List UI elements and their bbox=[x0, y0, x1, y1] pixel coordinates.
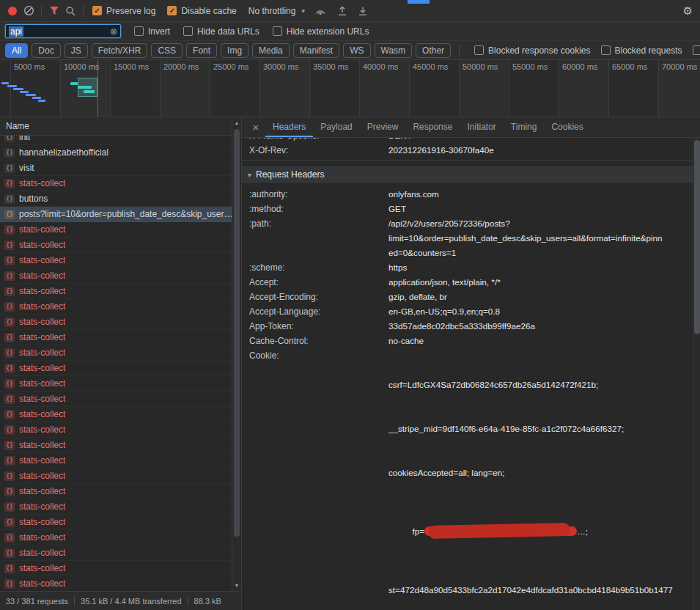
type-filter-chip[interactable]: Other bbox=[416, 43, 451, 58]
request-row[interactable]: stats-collect bbox=[0, 253, 232, 268]
export-har-button[interactable] bbox=[355, 3, 371, 19]
search-button[interactable] bbox=[62, 3, 78, 19]
chip-label: Img bbox=[227, 45, 242, 56]
clear-filter-icon[interactable]: ⊗ bbox=[110, 27, 117, 36]
circle-slash-icon bbox=[23, 5, 34, 16]
type-filter-chip[interactable]: Font bbox=[186, 43, 217, 58]
import-har-button[interactable] bbox=[334, 3, 350, 19]
details-tab[interactable]: Cookies bbox=[544, 117, 590, 137]
details-tab[interactable]: Timing bbox=[504, 117, 545, 137]
request-row[interactable]: stats-collect bbox=[0, 268, 232, 284]
header-value: 33d57ade8c02dbc5a333db99ff9ae26a bbox=[388, 319, 693, 334]
request-row[interactable]: stats-collect bbox=[0, 438, 232, 453]
request-row[interactable]: buttons bbox=[0, 191, 232, 207]
details-tab[interactable]: Response bbox=[405, 117, 460, 137]
request-row[interactable]: posts?limit=10&order=publish_date_desc&s… bbox=[0, 207, 232, 222]
request-row[interactable]: stats-collect bbox=[0, 407, 232, 422]
checkbox-icon bbox=[474, 45, 484, 55]
request-row[interactable]: stats-collect bbox=[0, 484, 232, 499]
hide-extension-urls-checkbox[interactable]: Hide extension URLs bbox=[273, 26, 369, 37]
scrollbar-thumb[interactable] bbox=[234, 129, 240, 537]
overview-selection[interactable] bbox=[78, 78, 97, 97]
type-filter-chip[interactable]: Doc bbox=[32, 43, 60, 58]
request-row[interactable]: stats-collect bbox=[0, 545, 232, 561]
request-row[interactable]: stats-collect bbox=[0, 499, 232, 515]
details-tab[interactable]: Preview bbox=[360, 117, 406, 137]
type-filter-chip[interactable]: Fetch/XHR bbox=[92, 43, 148, 58]
request-row[interactable]: hannahelizabethofficial bbox=[0, 145, 232, 161]
request-row[interactable]: stats-collect bbox=[0, 238, 232, 253]
clear-log-button[interactable] bbox=[21, 3, 37, 19]
type-filter-chip[interactable]: CSS bbox=[151, 43, 183, 58]
details-tabbar: × Headers Payload Preview Response Initi… bbox=[242, 117, 700, 138]
invert-checkbox[interactable]: Invert bbox=[134, 26, 170, 37]
request-row[interactable]: stats-collect bbox=[0, 299, 232, 315]
request-row[interactable]: stats-collect bbox=[0, 576, 232, 591]
timeline-label: 50000 ms bbox=[463, 62, 498, 71]
request-row[interactable]: stats-collect bbox=[0, 392, 232, 407]
filter-checkbox[interactable]: 3rd-party requests bbox=[693, 45, 700, 56]
details-tab[interactable]: Initiator bbox=[460, 117, 503, 137]
type-filter-chip[interactable]: All bbox=[5, 43, 28, 58]
request-row[interactable]: stats-collect bbox=[0, 330, 232, 345]
request-row[interactable]: stats-collect bbox=[0, 176, 232, 191]
request-row[interactable]: stats-collect bbox=[0, 361, 232, 376]
preserve-log-checkbox[interactable]: Preserve log bbox=[92, 6, 155, 16]
filter-toggle-button[interactable] bbox=[46, 3, 62, 19]
request-row[interactable]: visit bbox=[0, 161, 232, 176]
timeline-label: 30000 ms bbox=[263, 62, 298, 71]
request-row[interactable]: stats-collect bbox=[0, 376, 232, 392]
header-row: Accept-Language: en-GB,en-US;q=0.9,en;q=… bbox=[242, 304, 693, 319]
settings-gear-icon[interactable]: ⚙ bbox=[683, 4, 693, 18]
timeline-label: 65000 ms bbox=[612, 62, 647, 71]
scroll-down-icon[interactable]: ▼ bbox=[232, 581, 241, 590]
type-filter-chip[interactable]: Img bbox=[221, 43, 248, 58]
filter-checkbox[interactable]: Blocked requests bbox=[601, 45, 682, 56]
hide-data-urls-checkbox[interactable]: Hide data URLs bbox=[183, 26, 259, 37]
type-filter-chip[interactable]: JS bbox=[65, 43, 88, 58]
request-row[interactable]: stats-collect bbox=[0, 561, 232, 576]
filter-input[interactable]: api ⊗ bbox=[5, 24, 121, 38]
request-row[interactable]: stats-collect bbox=[0, 530, 232, 545]
request-row[interactable]: stats-collect bbox=[0, 453, 232, 468]
type-filter-chip[interactable]: Wasm bbox=[375, 43, 413, 58]
request-name: stats-collect bbox=[19, 224, 65, 235]
details-tab[interactable]: Payload bbox=[313, 117, 359, 137]
scrollbar-thumb[interactable] bbox=[694, 140, 700, 334]
request-row[interactable]: stats-collect bbox=[0, 422, 232, 438]
request-file-icon bbox=[4, 564, 15, 573]
request-row[interactable]: stats-collect bbox=[0, 468, 232, 484]
requests-scrollbar[interactable]: ▲ ▼ bbox=[232, 117, 241, 591]
throttling-dropdown[interactable]: No throttling ▾ bbox=[248, 6, 305, 16]
type-filter-chip[interactable]: WS bbox=[343, 43, 370, 58]
request-row[interactable]: init bbox=[0, 136, 232, 145]
request-file-icon bbox=[4, 179, 15, 188]
filter-checkbox[interactable]: Blocked response cookies bbox=[474, 45, 590, 56]
request-row[interactable]: stats-collect bbox=[0, 515, 232, 530]
type-filter-chip[interactable]: Media bbox=[252, 43, 290, 58]
request-name: stats-collect bbox=[19, 455, 65, 466]
name-column-header[interactable]: Name bbox=[0, 117, 232, 136]
request-list: init hannahelizabethofficial visit stats… bbox=[0, 136, 232, 591]
disable-cache-checkbox[interactable]: Disable cache bbox=[167, 6, 236, 16]
request-name: posts?limit=10&order=publish_date_desc&s… bbox=[19, 209, 232, 219]
details-tab[interactable]: Headers bbox=[265, 117, 313, 137]
timeline-overview[interactable]: 5000 ms 10000 ms 15000 ms 20000 ms 25000… bbox=[0, 60, 700, 117]
request-row[interactable]: stats-collect bbox=[0, 315, 232, 330]
request-file-icon bbox=[4, 194, 15, 204]
scroll-up-icon[interactable]: ▲ bbox=[232, 118, 241, 128]
request-row[interactable]: stats-collect bbox=[0, 284, 232, 299]
request-headers-section-header[interactable]: ▾ Request Headers bbox=[242, 166, 693, 183]
close-details-icon[interactable]: × bbox=[246, 121, 265, 133]
type-filter-chip[interactable]: Manifest bbox=[293, 43, 339, 58]
request-file-icon bbox=[4, 271, 15, 281]
tab-label: Headers bbox=[273, 122, 306, 132]
request-row[interactable]: stats-collect bbox=[0, 345, 232, 361]
header-row: :authority: onlyfans.com bbox=[242, 187, 693, 202]
request-file-icon bbox=[4, 364, 15, 373]
request-row[interactable]: stats-collect bbox=[0, 222, 232, 238]
details-scrollbar[interactable] bbox=[693, 138, 700, 610]
request-count: 33 / 381 requests bbox=[6, 597, 68, 606]
network-conditions-button[interactable] bbox=[312, 3, 328, 19]
record-button[interactable] bbox=[4, 3, 21, 19]
